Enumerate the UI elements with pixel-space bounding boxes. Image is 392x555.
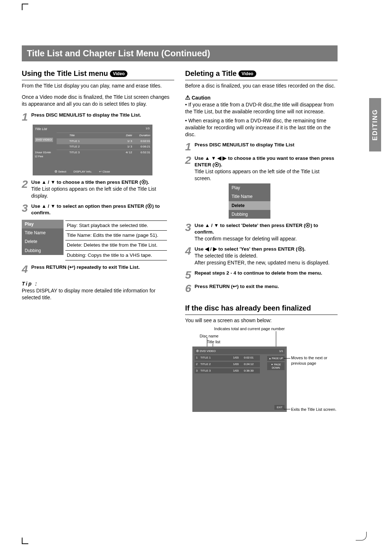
menu-item-delete: Delete — [229, 201, 270, 210]
step-3: 3 Use ▲ / ▼ to select an option then pre… — [22, 203, 174, 216]
tl-row: TITLE 21/ 30:06:21 — [57, 144, 150, 150]
crop-mark — [22, 538, 28, 544]
step-4: 4 Press RETURN (↩) repeatedly to exit Ti… — [22, 264, 174, 274]
options-menu: Play Title Name Delete Dubbing — [229, 183, 270, 219]
step-subtext: The selected title is deleted. — [195, 252, 330, 259]
caution-heading: Caution — [185, 94, 338, 102]
step-subtext: After pressing ENTER, the new, updated m… — [195, 259, 330, 266]
section-side-tab: EDITING — [369, 98, 381, 151]
step-2: 2 Use ▲ / ▼ to choose a title then press… — [22, 179, 174, 199]
fin-row: 3TITLE 31/030:36:30 — [195, 368, 260, 374]
opt-desc: Delete: Deletes the title from the Title… — [65, 240, 167, 250]
step-number: 6 — [185, 283, 195, 293]
tip-label: Tip : — [22, 280, 174, 287]
fin-page-buttons: ▲ PAGE UP ▼ PAGE DOWN — [267, 356, 285, 371]
step-2: 2 Use ▲ ▼ ◀ ▶ to choose a title you want… — [185, 155, 338, 182]
callout: Exits the Title List screen. — [291, 407, 338, 412]
step-number: 1 — [22, 112, 31, 122]
callout: Indicates total and current page number — [214, 326, 285, 332]
fin-page-num: 1/1 — [279, 349, 283, 353]
tl-footer: ⦿ Select DISPLAY Info. ↩ Close — [54, 170, 150, 174]
caution-list: If you erase a title from a DVD-R disc,t… — [185, 101, 338, 138]
step-text: Use ◀ / ▶ to select 'Yes' then press ENT… — [195, 246, 330, 252]
tl-foot-item: ↩ Close — [99, 170, 110, 174]
options-descriptions: Play: Start playback the selected title.… — [65, 220, 167, 260]
finalized-diagram: Indicates total and current page number … — [192, 328, 328, 412]
step-number: 2 — [185, 155, 195, 182]
list-item: If you erase a title from a DVD-R disc,t… — [185, 101, 338, 115]
opt-desc: Dubbing: Copys the title to a VHS tape. — [65, 250, 167, 260]
step-text: Press DISC MENU/LIST to display Title Li… — [195, 142, 294, 151]
fin-row: 1TITLE 11/030:02:01 — [195, 355, 260, 361]
step-5: 5 Repeat steps 2 - 4 to continue to dele… — [185, 270, 338, 280]
step-text: Use ▲ / ▼ to select an option then press… — [31, 203, 174, 216]
intro-text: Before a disc is finalized, you can eras… — [185, 82, 338, 89]
intro-text: Once a Video mode disc is finalized, the… — [22, 94, 174, 108]
right-heading: Deleting a Title Video — [185, 69, 338, 80]
menu-item-play: Play — [22, 220, 64, 228]
exit-button: EXIT — [274, 405, 285, 410]
step-number: 2 — [22, 179, 31, 199]
menu-item-titlename: Title Name — [22, 228, 64, 237]
page-corner-icon — [356, 532, 367, 540]
tl-side-item: DVD VIDEO — [35, 138, 53, 142]
step-text: Press DISC MENU/LIST to display the Titl… — [31, 112, 141, 122]
finalized-heading: If the disc has already been finalized — [185, 303, 338, 315]
step-text: Use ▲ ▼ ◀ ▶ to choose a title you want t… — [195, 155, 338, 168]
step-subtext: Title List options appears on the left s… — [31, 186, 174, 199]
step-4: 4 Use ◀ / ▶ to select 'Yes' then press E… — [185, 246, 338, 266]
opt-desc: Play: Start playback the selected title. — [65, 220, 167, 230]
step-text: Use ▲ / ▼ to choose a title then press E… — [31, 179, 174, 186]
heading-text: Deleting a Title — [185, 69, 237, 77]
tl-side-item: ☑ Fee — [35, 155, 53, 159]
tl-table-header: TitleDateDuration — [57, 133, 150, 138]
menu-item-dubbing: Dubbing — [229, 210, 270, 219]
step-subtext: Title List options appears on the left s… — [195, 168, 338, 182]
step-1: 1 Press DISC MENU/LIST to display the Ti… — [22, 112, 174, 122]
step-number: 4 — [22, 264, 31, 274]
fin-disc-name: ⦿ DVD VIDEO — [196, 349, 216, 353]
menu-item-delete: Delete — [22, 237, 64, 246]
fin-top: ⦿ DVD VIDEO 1/1 — [195, 349, 285, 354]
step-3: 3 Use ▲ / ▼ to select 'Delete' then pres… — [185, 222, 338, 242]
callout: Disc name — [200, 333, 219, 339]
page-up-button: ▲ PAGE UP — [267, 356, 285, 361]
step-text: Press RETURN (↩) to exit the menu. — [195, 283, 279, 293]
page-title-bar: Title List and Chapter List Menu (Contin… — [22, 45, 338, 61]
crop-mark — [22, 4, 28, 10]
video-badge: Video — [238, 70, 256, 77]
tl-page: 1/3 — [146, 127, 150, 131]
left-column: Using the Title List menu Video From the… — [22, 69, 174, 412]
step-text: Repeat steps 2 - 4 to continue to delete… — [195, 270, 322, 280]
tl-foot-item: DISPLAY Info. — [73, 170, 92, 174]
right-column: Deleting a Title Video Before a disc is … — [185, 69, 338, 412]
tl-row: TITLE 34/ 120:52:31 — [57, 150, 150, 155]
step-text: Use ▲ / ▼ to select 'Delete' then press … — [195, 222, 338, 235]
step-subtext: The confirm message for deleting will ap… — [195, 235, 338, 242]
options-menu: Play Title Name Delete Dubbing — [22, 220, 64, 255]
fin-row: 2TITLE 21/030:24:12 — [195, 362, 260, 367]
video-badge: Video — [110, 70, 127, 77]
title-list-screenshot: Title List 1/3 DVD VIDEO 1hour 01min ☑ F… — [33, 125, 152, 175]
tip-text: Press DISPLAY to display more detailed t… — [22, 287, 174, 301]
finalized-screenshot: ⦿ DVD VIDEO 1/1 1TITLE 11/030:02:01 2TIT… — [192, 347, 287, 412]
tl-side-item: 1hour 01min — [35, 151, 53, 155]
step-6: 6 Press RETURN (↩) to exit the menu. — [185, 283, 338, 293]
tl-table: TitleDateDuration TITLE 11/ 30:02:01 TIT… — [57, 133, 150, 155]
step-number: 1 — [185, 142, 195, 151]
tl-foot-item: ⦿ Select — [54, 170, 66, 174]
page-down-button: ▼ PAGE DOWN — [267, 362, 285, 370]
left-heading: Using the Title List menu Video — [22, 69, 174, 80]
step-1: 1 Press DISC MENU/LIST to display Title … — [185, 142, 338, 151]
step-number: 4 — [185, 246, 195, 266]
menu-item-titlename: Title Name — [229, 192, 270, 201]
callout: Title list — [207, 339, 220, 345]
finalized-sub: You will see a screen as shown below: — [185, 317, 338, 324]
step-number: 3 — [22, 203, 31, 216]
list-item: When erasing a title from a DVD-RW disc,… — [185, 117, 338, 138]
menu-item-dubbing: Dubbing — [22, 246, 64, 255]
step-number: 5 — [185, 270, 195, 280]
menu-item-play: Play — [229, 183, 270, 192]
step-number: 3 — [185, 222, 195, 242]
tl-row: TITLE 11/ 30:02:01 — [57, 138, 150, 144]
